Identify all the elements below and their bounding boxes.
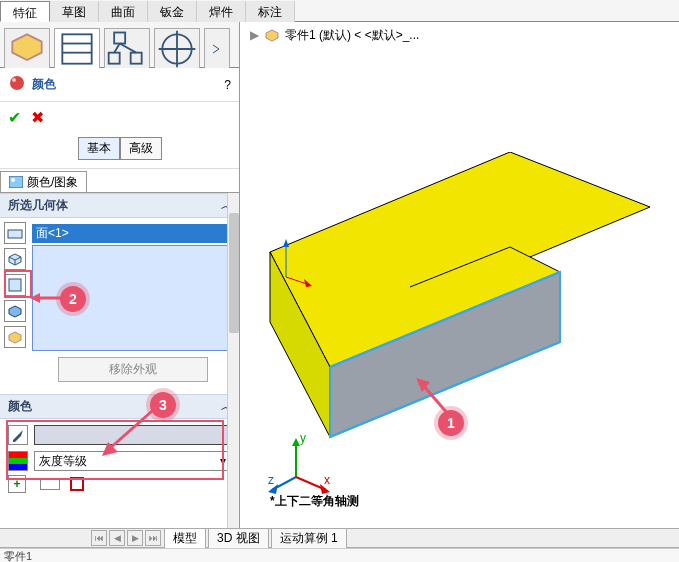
selection-item-face1[interactable]: 面<1>: [32, 224, 233, 243]
svg-text:z: z: [268, 473, 274, 487]
svg-point-19: [11, 178, 15, 182]
bottom-tab-motion[interactable]: 运动算例 1: [271, 528, 347, 549]
breadcrumb-text: 零件1 (默认) < <默认>_...: [285, 27, 419, 44]
bottom-tab-strip: ⏮ ◀ ▶ ⏭ 模型 3D 视图 运动算例 1: [0, 528, 679, 548]
svg-rect-8: [114, 32, 125, 43]
svg-text:x: x: [324, 473, 330, 487]
appearance-icon: [8, 74, 26, 95]
manager-tabs: [0, 22, 239, 68]
tab-surface[interactable]: 曲面: [99, 1, 148, 22]
highlight-rect-3: [6, 420, 224, 480]
svg-rect-18: [9, 176, 23, 188]
svg-marker-31: [304, 279, 312, 287]
help-icon[interactable]: ?: [224, 78, 231, 92]
nav-first-icon[interactable]: ⏮: [91, 530, 107, 546]
tab-annotation[interactable]: 标注: [246, 1, 295, 22]
svg-rect-9: [109, 52, 120, 63]
basic-button[interactable]: 基本: [78, 137, 120, 160]
color-image-label: 颜色/图象: [27, 174, 78, 191]
color-section-label: 颜色: [8, 398, 32, 415]
breadcrumb[interactable]: ▶ 零件1 (默认) < <默认>_...: [250, 26, 419, 44]
feature-manager-tab[interactable]: [4, 28, 50, 68]
svg-line-11: [114, 43, 120, 52]
filter-body-icon[interactable]: [4, 300, 26, 322]
dimxpert-manager-tab[interactable]: [154, 28, 200, 68]
svg-marker-29: [283, 239, 289, 247]
svg-point-16: [10, 76, 24, 90]
part-icon: [263, 26, 281, 44]
tab-feature[interactable]: 特征: [0, 1, 50, 22]
callout-3: 3: [150, 392, 176, 418]
svg-rect-5: [62, 34, 91, 63]
nav-prev-icon[interactable]: ◀: [109, 530, 125, 546]
nav-last-icon[interactable]: ⏭: [145, 530, 161, 546]
advanced-button[interactable]: 高级: [120, 137, 162, 160]
filter-face-icon[interactable]: [4, 222, 26, 244]
breadcrumb-arrow-icon: ▶: [250, 28, 259, 42]
more-tabs[interactable]: [204, 28, 230, 68]
tab-weldment[interactable]: 焊件: [197, 1, 246, 22]
tab-sketch[interactable]: 草图: [50, 1, 99, 22]
view-orientation-label: *上下二等角轴测: [270, 493, 359, 510]
filter-part-icon[interactable]: [4, 326, 26, 348]
svg-rect-20: [8, 230, 22, 238]
panel-title: 颜色: [32, 76, 56, 93]
svg-line-12: [120, 43, 137, 52]
svg-rect-10: [131, 52, 142, 63]
bottom-tab-model[interactable]: 模型: [164, 528, 206, 549]
ok-button[interactable]: ✔: [8, 108, 21, 127]
nav-next-icon[interactable]: ▶: [127, 530, 143, 546]
filter-solid-icon[interactable]: [4, 248, 26, 270]
command-manager-tabs: 特征 草图 曲面 钣金 焊件 标注: [0, 0, 679, 22]
mode-toggle: 基本 高级: [0, 133, 239, 169]
color-section-header[interactable]: 颜色 ︿: [0, 394, 239, 419]
panel-title-row: 颜色 ?: [0, 68, 239, 102]
status-bar: 零件1: [0, 548, 679, 562]
svg-point-17: [12, 78, 16, 82]
callout-2: 2: [60, 286, 86, 312]
selected-geometry-label: 所选几何体: [8, 197, 68, 214]
svg-text:y: y: [300, 432, 306, 445]
origin-icon: [278, 237, 314, 287]
callout-1: 1: [438, 410, 464, 436]
svg-marker-33: [292, 438, 300, 446]
remove-appearance-button[interactable]: 移除外观: [58, 357, 208, 382]
selected-geometry-header[interactable]: 所选几何体 ︿: [0, 193, 239, 218]
highlight-rect-2: [4, 270, 32, 298]
color-image-tab[interactable]: 颜色/图象: [0, 171, 87, 192]
model-solid[interactable]: [250, 152, 670, 452]
panel-scrollbar[interactable]: [227, 193, 239, 540]
tab-sheetmetal[interactable]: 钣金: [148, 1, 197, 22]
cancel-button[interactable]: ✖: [31, 108, 44, 127]
view-triad: y x z: [266, 432, 336, 502]
property-manager-tab[interactable]: [54, 28, 100, 68]
configuration-manager-tab[interactable]: [104, 28, 150, 68]
graphics-viewport[interactable]: ▶ 零件1 (默认) < <默认>_...: [240, 22, 679, 540]
bottom-tab-3dview[interactable]: 3D 视图: [208, 528, 269, 549]
